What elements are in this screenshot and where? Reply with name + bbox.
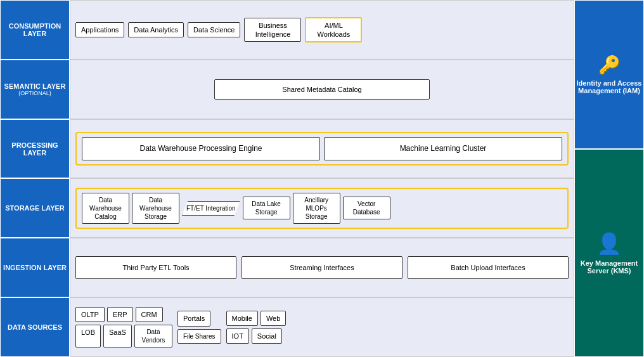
datasources-group1-row1: OLTP ERP CRM — [75, 307, 172, 322]
datasources-grid: OLTP ERP CRM LOB SaaS Data Vendors Porta… — [75, 307, 569, 347]
web-box: Web — [261, 311, 286, 326]
lob-box: LOB — [75, 325, 101, 347]
erp-box: ERP — [107, 307, 133, 322]
datasources-group3-row1: Mobile Web — [226, 311, 287, 326]
datasources-group2-row2: File Shares — [177, 329, 221, 344]
ingestion-layer-label: INGESTION LAYER — [0, 238, 70, 297]
business-intelligence-box: Business Intelligence — [244, 18, 301, 42]
right-column: 🔑 Identity and Access Management (IAM) 👤… — [574, 0, 644, 357]
streaming-interfaces-box: Streaming Interfaces — [242, 256, 402, 279]
diagram-container: CONSUMPTION LAYER SEMANTIC LAYER (OPTION… — [0, 0, 644, 357]
machine-learning-cluster-box: Machine Learning Cluster — [324, 137, 562, 161]
storage-layer-label: STORAGE LAYER — [0, 178, 70, 238]
file-shares-box: File Shares — [177, 329, 221, 344]
storage-boxes: Data Warehouse Catalog Data Warehouse St… — [82, 193, 562, 224]
vector-database-box: Vector Database — [343, 197, 390, 219]
storage-row: Data Warehouse Catalog Data Warehouse St… — [70, 178, 574, 238]
semantic-row: Shared Metadata Catalog — [70, 60, 574, 119]
kms-icon: 👤 — [596, 231, 622, 256]
datasources-group2-row1: Portals — [177, 311, 221, 326]
applications-box: Applications — [75, 22, 124, 37]
consumption-boxes: Applications Data Analytics Data Science… — [75, 17, 569, 43]
datasources-group3-row2: IOT Social — [226, 328, 287, 344]
data-lake-storage-box: Data Lake Storage — [243, 197, 290, 219]
data-vendors-box: Data Vendors — [134, 325, 172, 347]
semantic-layer-label: SEMANTIC LAYER (OPTIONAL) — [0, 60, 70, 119]
datasources-group3: Mobile Web IOT Social — [226, 311, 287, 344]
data-science-box: Data Science — [188, 22, 240, 37]
ingestion-row: Third Party ETL Tools Streaming Interfac… — [70, 238, 574, 297]
data-warehouse-catalog-box: Data Warehouse Catalog — [82, 193, 129, 224]
consumption-layer-label: CONSUMPTION LAYER — [0, 0, 70, 60]
ingestion-boxes: Third Party ETL Tools Streaming Interfac… — [75, 256, 569, 279]
datasources-row: OLTP ERP CRM LOB SaaS Data Vendors Porta… — [70, 297, 574, 357]
iam-panel: 🔑 Identity and Access Management (IAM) — [574, 0, 644, 149]
mobile-box: Mobile — [226, 311, 258, 326]
shared-metadata-catalog-box: Shared Metadata Catalog — [214, 79, 430, 100]
third-party-etl-tools-box: Third Party ETL Tools — [75, 256, 236, 279]
ftet-integration-box: FT/ET Integration — [182, 201, 240, 216]
processing-layer-label: PROCESSING LAYER — [0, 119, 70, 179]
crm-box: CRM — [136, 307, 163, 322]
iam-icon: 🔑 — [598, 55, 621, 75]
saas-box: SaaS — [103, 325, 132, 347]
aiml-workloads-box: AI/ML Workloads — [305, 17, 362, 43]
social-box: Social — [252, 328, 282, 344]
data-warehouse-storage-box: Data Warehouse Storage — [132, 193, 179, 224]
iam-label: Identity and Access Management (IAM) — [575, 79, 643, 94]
kms-panel: 👤 Key Management Server (KMS) — [574, 149, 644, 357]
consumption-row: Applications Data Analytics Data Science… — [70, 0, 574, 60]
iot-box: IOT — [226, 328, 249, 344]
datasources-group2: Portals File Shares — [177, 311, 221, 343]
datasources-layer-label: DATA SOURCES — [0, 297, 70, 357]
semantic-boxes: Shared Metadata Catalog — [75, 79, 569, 100]
data-warehouse-processing-engine-box: Data Warehouse Processing Engine — [82, 137, 320, 161]
storage-yellow-outline: Data Warehouse Catalog Data Warehouse St… — [75, 188, 569, 229]
processing-yellow-outline: Data Warehouse Processing Engine Machine… — [75, 132, 569, 166]
datasources-group1: OLTP ERP CRM LOB SaaS Data Vendors — [75, 307, 172, 347]
datasources-group1-row2: LOB SaaS Data Vendors — [75, 325, 172, 347]
batch-upload-interfaces-box: Batch Upload Interfaces — [408, 256, 569, 279]
layers-column: CONSUMPTION LAYER SEMANTIC LAYER (OPTION… — [0, 0, 70, 357]
ancillary-mlops-storage-box: Ancillary MLOPs Storage — [293, 193, 340, 224]
oltp-box: OLTP — [75, 307, 105, 322]
data-analytics-box: Data Analytics — [128, 22, 184, 37]
processing-row: Data Warehouse Processing Engine Machine… — [70, 119, 574, 179]
portals-box: Portals — [177, 311, 210, 326]
main-content: Applications Data Analytics Data Science… — [70, 0, 574, 357]
kms-label: Key Management Server (KMS) — [575, 259, 643, 275]
